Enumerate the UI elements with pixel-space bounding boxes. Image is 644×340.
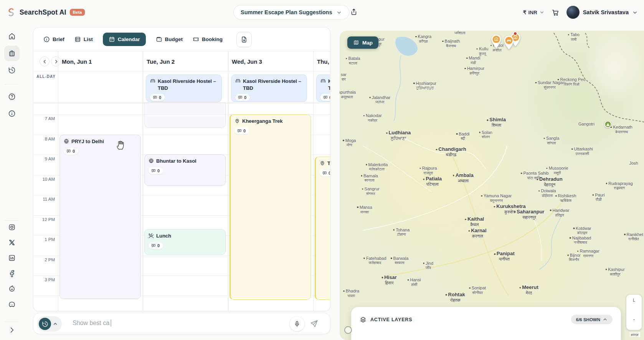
all-day-label: ALL-DAY	[36, 74, 56, 79]
sidebar-item-help[interactable]	[4, 89, 20, 104]
sidebar-item-instagram[interactable]	[4, 220, 20, 235]
calendar-event[interactable]: To0	[315, 157, 330, 300]
file-download-icon	[241, 36, 248, 43]
avatar	[566, 6, 580, 19]
comment-icon	[151, 168, 156, 173]
day-header: Thu, J	[317, 51, 330, 71]
plan-selector-label: Summer Escape Plan Suggestions	[241, 9, 332, 15]
comment-count-badge[interactable]: 0	[149, 242, 163, 249]
view-tabs: BriefListCalendarBudgetBooking	[33, 28, 330, 51]
calendar-event[interactable]: Bhuntar to Kasol0	[144, 154, 226, 186]
map-controls[interactable]: L•	[626, 295, 642, 330]
linkedin-icon	[8, 254, 16, 262]
tab-booking[interactable]: Booking	[193, 36, 223, 43]
map-poi-pin[interactable]	[503, 35, 515, 50]
wallet-icon	[156, 36, 162, 43]
calendar-event[interactable]: Kheerganga Trek0	[230, 114, 311, 300]
sidebar-item-trips[interactable]	[4, 46, 20, 61]
sidebar-item-history[interactable]	[4, 63, 20, 78]
comment-count-badge[interactable]: 0	[150, 94, 165, 101]
currency-selector[interactable]: ₹ INR	[523, 9, 545, 15]
brand[interactable]: SearchSpot AI Beta	[6, 0, 85, 25]
tab-brief[interactable]: Brief	[43, 36, 64, 43]
map-red-marker[interactable]	[513, 31, 517, 36]
app-header: SearchSpot AI Beta Summer Escape Plan Su…	[0, 0, 644, 25]
all-day-event[interactable]: Kasol Riverside Hostel – TBD0	[146, 74, 222, 102]
comment-count-badge[interactable]: 0	[234, 127, 249, 134]
sidebar	[0, 25, 24, 340]
comment-icon	[322, 171, 327, 175]
map-toggle-button[interactable]: Map	[347, 36, 378, 49]
comment-count-badge[interactable]: 0	[320, 170, 330, 177]
comment-count-badge[interactable]: 0	[235, 94, 250, 101]
comment-count-badge[interactable]: 0	[64, 148, 78, 155]
next-day-button[interactable]	[51, 56, 61, 66]
event-title: Kheerganga Trek	[242, 118, 283, 125]
map-poi-pin[interactable]	[490, 34, 502, 49]
map-peak-marker[interactable]	[604, 121, 611, 128]
sidebar-item-x[interactable]	[4, 235, 20, 250]
day-header: Wed, Jun 3	[232, 51, 262, 71]
chat-mode-button[interactable]	[37, 316, 62, 332]
mic-button[interactable]	[290, 317, 304, 331]
hour-label: 11 AM	[33, 197, 55, 201]
tab-budget[interactable]: Budget	[156, 36, 183, 43]
plan-selector[interactable]: Summer Escape Plan Suggestions	[233, 5, 349, 20]
comment-count-badge[interactable]: 0	[320, 94, 330, 101]
layers-icon	[360, 316, 367, 323]
cart-icon[interactable]	[552, 8, 560, 17]
hour-label: 9 AM	[33, 157, 55, 161]
history-icon[interactable]	[39, 318, 51, 330]
boundary-dashed	[554, 33, 644, 122]
tab-list[interactable]: List	[74, 36, 93, 43]
pin-icon	[320, 160, 325, 166]
chevron-down-icon	[539, 10, 545, 15]
road	[397, 135, 485, 169]
share-icon[interactable]	[350, 8, 358, 16]
export-button[interactable]	[236, 32, 252, 47]
comment-count-badge[interactable]: 0	[149, 167, 163, 174]
chevron-up-icon	[53, 321, 58, 327]
layers-shown-toggle[interactable]: 6/6 SHOWN	[571, 315, 613, 324]
utensils-icon	[149, 233, 154, 238]
calendar-panel: BriefListCalendarBudgetBooking Mon, Jun …	[33, 27, 330, 311]
sidebar-item-expand-sidebar[interactable]	[4, 322, 20, 338]
map-attribution[interactable]: error	[629, 332, 640, 337]
globe-icon	[149, 158, 154, 163]
column-divider	[58, 51, 58, 311]
bed-icon	[320, 78, 326, 84]
tab-label: List	[84, 36, 93, 42]
map-control-dot: •	[634, 318, 635, 321]
calendar-event[interactable]: Lunch0	[144, 229, 226, 255]
map-attribution-icon[interactable]	[344, 326, 352, 334]
sidebar-item-linkedin[interactable]	[4, 250, 20, 266]
calendar-event[interactable]: PRYJ to Delhi0	[59, 135, 141, 299]
sidebar-divider	[5, 84, 19, 84]
chat-input[interactable]: Show best ca	[73, 320, 111, 327]
calendar-header-row: Mon, Jun 1Tue, Jun 2Wed, Jun 3Thu, J	[33, 51, 330, 71]
lake-pong	[395, 37, 418, 56]
event-title: Bhuntar to Kasol	[156, 158, 197, 165]
event-title: Kasol Riverside Hostel – TBD	[243, 78, 303, 91]
sidebar-item-facebook[interactable]	[4, 266, 20, 281]
rupee-icon: ₹	[523, 9, 527, 15]
event-title: Kasol Riverside Hostel – TBD	[158, 78, 218, 91]
globe-icon	[64, 138, 69, 144]
sidebar-item-discord[interactable]	[4, 297, 20, 312]
tab-calendar[interactable]: Calendar	[103, 33, 146, 46]
column-divider	[228, 51, 228, 311]
send-button[interactable]	[310, 319, 319, 328]
column-divider	[143, 51, 143, 311]
comment-icon	[153, 95, 157, 100]
instagram-icon	[8, 223, 16, 231]
map-features	[340, 31, 644, 340]
sidebar-item-info[interactable]	[4, 106, 20, 121]
user-menu[interactable]: Satvik Srivastava	[566, 6, 638, 19]
tab-label: Booking	[202, 36, 223, 42]
map-panel[interactable]: Kangraकाँगड़ाधर्मशालाBaijnathबैजनाथKullu…	[340, 31, 644, 340]
sidebar-item-reddit[interactable]	[4, 281, 20, 296]
prev-day-button[interactable]	[40, 56, 50, 66]
all-day-event[interactable]: Kasol Riverside Hostel – TBD0	[316, 74, 330, 102]
sidebar-item-home[interactable]	[4, 28, 20, 44]
all-day-event[interactable]: Kasol Riverside Hostel – TBD0	[231, 74, 307, 102]
